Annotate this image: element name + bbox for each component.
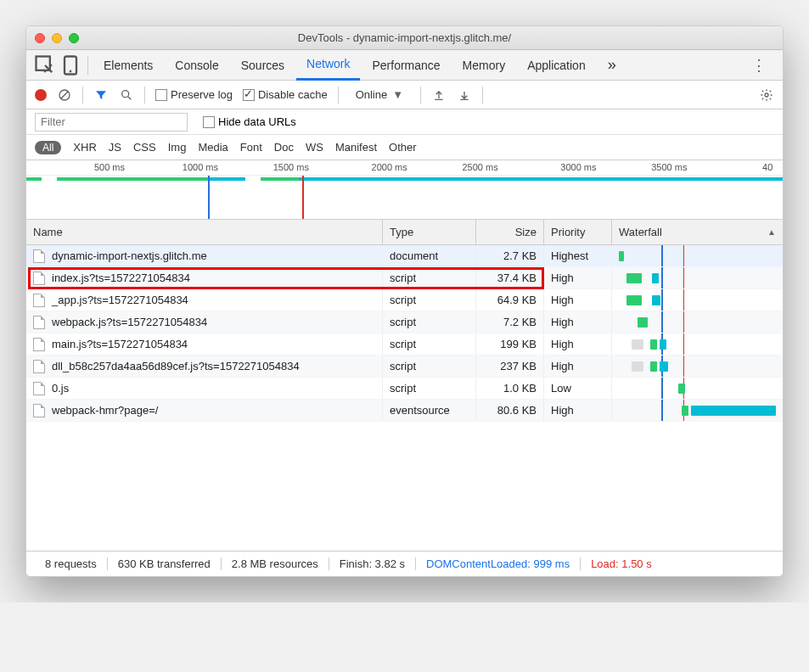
type-xhr[interactable]: XHR (73, 141, 96, 154)
table-row[interactable]: dll_b58c257da4aa56d89cef.js?ts=157227105… (26, 356, 783, 378)
timeline-tick: 1500 ms (273, 162, 309, 172)
type-doc[interactable]: Doc (274, 141, 294, 154)
tab-console[interactable]: Console (165, 50, 228, 81)
col-size[interactable]: Size (476, 220, 544, 244)
table-row[interactable]: index.js?ts=1572271054834 script 37.4 KB… (26, 267, 783, 289)
table-row[interactable]: webpack.js?ts=1572271054834 script 7.2 K… (26, 311, 783, 333)
request-type: document (383, 245, 476, 266)
tab-network[interactable]: Network (296, 50, 360, 81)
file-icon (33, 382, 45, 395)
timeline-tick: 40 (762, 162, 772, 172)
devtools-window: DevTools - dynamic-import-nextjs.glitch.… (25, 25, 784, 577)
request-size: 64.9 KB (476, 289, 544, 311)
request-name: _app.js?ts=1572271054834 (52, 294, 188, 306)
type-other[interactable]: Other (389, 141, 417, 154)
col-type[interactable]: Type (383, 220, 476, 244)
hide-data-urls-checkbox[interactable]: Hide data URLs (203, 115, 296, 129)
tab-application[interactable]: Application (517, 50, 596, 81)
throttling-select[interactable]: Online▼ (349, 87, 410, 103)
svg-point-7 (765, 93, 768, 97)
type-manifest[interactable]: Manifest (335, 141, 377, 154)
request-size: 2.7 KB (476, 245, 544, 266)
svg-point-5 (122, 90, 129, 97)
request-priority: High (544, 311, 612, 333)
timeline-overview[interactable]: 500 ms 1000 ms 1500 ms 2000 ms 2500 ms 3… (26, 160, 783, 220)
hide-data-urls-label: Hide data URLs (218, 115, 296, 128)
request-size: 37.4 KB (476, 267, 544, 288)
request-size: 237 KB (476, 356, 544, 377)
stat-transferred: 630 KB transferred (108, 557, 222, 570)
svg-line-4 (61, 92, 68, 98)
upload-har-icon[interactable] (431, 87, 447, 103)
request-name: dynamic-import-nextjs.glitch.me (52, 249, 207, 262)
col-priority[interactable]: Priority (544, 220, 612, 244)
inspect-element-icon[interactable] (33, 53, 57, 77)
request-table: dynamic-import-nextjs.glitch.me document… (26, 245, 783, 551)
preserve-log-checkbox[interactable]: Preserve log (155, 88, 233, 102)
file-icon (33, 294, 45, 307)
preserve-log-label: Preserve log (171, 88, 233, 101)
col-name[interactable]: Name (26, 220, 383, 244)
zoom-window-button[interactable] (69, 33, 79, 43)
tab-elements[interactable]: Elements (93, 50, 163, 81)
minimize-window-button[interactable] (52, 33, 62, 43)
status-bar: 8 requests 630 KB transferred 2.8 MB res… (26, 551, 783, 576)
file-icon (33, 249, 45, 263)
filter-input[interactable] (35, 113, 188, 132)
type-css[interactable]: CSS (133, 141, 156, 154)
filter-icon[interactable] (93, 87, 109, 103)
type-img[interactable]: Img (168, 141, 187, 154)
svg-line-6 (128, 97, 131, 99)
throttling-value: Online (356, 88, 388, 101)
type-media[interactable]: Media (198, 141, 228, 154)
table-row[interactable]: _app.js?ts=1572271054834 script 64.9 KB … (26, 289, 783, 311)
download-har-icon[interactable] (457, 87, 472, 103)
disable-cache-checkbox[interactable]: Disable cache (243, 88, 328, 102)
sort-arrow-icon: ▲ (767, 227, 776, 237)
request-size: 7.2 KB (476, 311, 544, 333)
type-js[interactable]: JS (109, 141, 121, 154)
window-title: DevTools - dynamic-import-nextjs.glitch.… (26, 31, 783, 44)
request-name: dll_b58c257da4aa56d89cef.js?ts=157227105… (52, 360, 300, 372)
timeline-tick: 3000 ms (560, 162, 596, 172)
request-priority: High (544, 400, 612, 421)
table-row[interactable]: main.js?ts=1572271054834 script 199 KB H… (26, 333, 783, 356)
request-priority: Low (544, 378, 612, 399)
device-toolbar-icon[interactable] (59, 53, 82, 77)
timeline-tick: 3500 ms (651, 162, 687, 172)
request-name: webpack.js?ts=1572271054834 (52, 316, 207, 328)
close-window-button[interactable] (35, 33, 45, 43)
request-priority: High (544, 267, 612, 288)
search-icon[interactable] (119, 87, 134, 103)
file-icon (33, 338, 45, 351)
tab-memory[interactable]: Memory (452, 50, 516, 81)
table-row[interactable]: 0.js script 1.0 KB Low (26, 378, 783, 400)
type-font[interactable]: Font (240, 141, 262, 154)
request-type: script (383, 333, 476, 355)
kebab-menu-icon[interactable]: ⋮ (743, 56, 776, 75)
col-waterfall[interactable]: Waterfall▲ (612, 220, 783, 244)
request-type: script (383, 378, 476, 399)
titlebar: DevTools - dynamic-import-nextjs.glitch.… (26, 26, 783, 50)
timeline-tick: 2500 ms (462, 162, 497, 172)
table-row[interactable]: webpack-hmr?page=/ eventsource 80.6 KB H… (26, 400, 783, 422)
tab-performance[interactable]: Performance (362, 50, 450, 81)
stat-requests: 8 requests (35, 557, 108, 570)
filter-bar: Hide data URLs (26, 109, 783, 135)
timeline-tick: 1000 ms (183, 162, 218, 172)
request-type: script (383, 267, 476, 288)
tab-sources[interactable]: Sources (231, 50, 295, 81)
request-type: script (383, 356, 476, 377)
more-tabs-icon[interactable]: » (601, 56, 623, 74)
file-icon (33, 272, 45, 285)
record-button[interactable] (35, 89, 47, 101)
request-priority: High (544, 356, 612, 377)
settings-gear-icon[interactable] (759, 87, 774, 103)
table-row[interactable]: dynamic-import-nextjs.glitch.me document… (26, 245, 783, 267)
timeline-tick: 500 ms (94, 162, 125, 172)
clear-icon[interactable] (57, 87, 72, 103)
request-priority: High (544, 333, 612, 355)
type-all[interactable]: All (35, 141, 61, 154)
stat-domcontentloaded: DOMContentLoaded: 999 ms (416, 557, 581, 570)
type-ws[interactable]: WS (306, 141, 323, 154)
